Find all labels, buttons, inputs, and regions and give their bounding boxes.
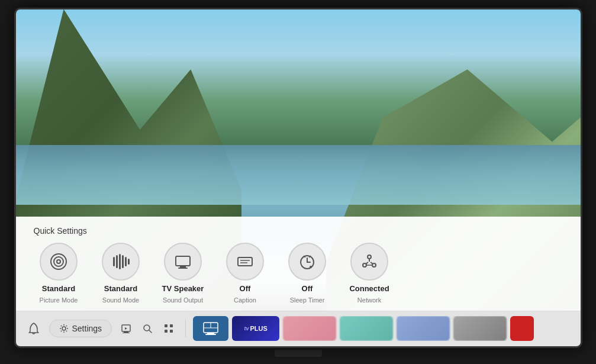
svg-point-20: [310, 266, 312, 268]
network-label: Network: [357, 297, 381, 304]
svg-point-28: [62, 327, 66, 330]
notification-button[interactable]: [23, 318, 44, 339]
sleep-timer-value: Off: [302, 284, 313, 293]
app-2[interactable]: [340, 316, 393, 341]
caption-icon: [226, 243, 264, 281]
caption-label: Caption: [234, 297, 256, 304]
setting-picture-mode[interactable]: Standard Picture Mode: [34, 243, 84, 304]
bottom-bar: Settings: [16, 311, 581, 346]
setting-sound-output[interactable]: TV Speaker Sound Output: [158, 243, 208, 304]
svg-point-2: [57, 260, 60, 263]
search-button[interactable]: [138, 319, 157, 338]
svg-rect-7: [125, 257, 127, 266]
svg-line-26: [371, 262, 373, 264]
settings-button[interactable]: Settings: [49, 320, 112, 337]
svg-rect-31: [123, 333, 130, 333]
network-value: Connected: [349, 284, 389, 293]
tv-stand: [14, 348, 582, 357]
setting-caption[interactable]: Off Caption: [220, 243, 270, 304]
svg-line-33: [149, 330, 152, 333]
svg-rect-35: [170, 324, 173, 327]
svg-point-0: [51, 254, 66, 269]
sound-output-label: Sound Output: [163, 297, 203, 304]
stand-neck: [275, 350, 322, 357]
setting-sleep-timer[interactable]: Off Sleep Timer: [282, 243, 333, 304]
app-live-tv[interactable]: [193, 316, 228, 341]
tv-screen: Quick Settings Standard Picture Mode: [16, 9, 581, 311]
svg-rect-30: [124, 331, 128, 333]
app-5[interactable]: [510, 316, 534, 341]
setting-network[interactable]: Connected Network: [344, 243, 395, 304]
app-3[interactable]: [397, 316, 450, 341]
caption-value: Off: [240, 284, 251, 293]
quick-settings-panel: Quick Settings Standard Picture Mode: [16, 217, 581, 311]
sound-mode-value: Standard: [104, 284, 137, 293]
svg-rect-12: [238, 257, 252, 266]
sound-mode-icon: [102, 243, 140, 281]
svg-rect-39: [207, 333, 214, 334]
picture-mode-label: Picture Mode: [40, 297, 78, 304]
settings-button-text: Settings: [72, 324, 102, 333]
svg-rect-4: [116, 255, 118, 268]
tv-frame: Quick Settings Standard Picture Mode: [14, 8, 582, 348]
svg-rect-8: [128, 259, 130, 265]
svg-rect-11: [178, 268, 188, 269]
app-1[interactable]: [283, 316, 336, 341]
svg-rect-40: [205, 334, 216, 335]
svg-rect-37: [170, 330, 173, 333]
settings-items: Standard Picture Mode: [34, 243, 563, 304]
network-icon: [350, 243, 388, 281]
svg-rect-5: [119, 254, 121, 269]
svg-line-25: [366, 262, 368, 264]
quick-settings-title: Quick Settings: [34, 226, 563, 236]
app-tvplus[interactable]: tv PLUS: [232, 316, 279, 341]
svg-rect-9: [176, 256, 190, 266]
picture-mode-icon: [40, 243, 78, 281]
app-bar: tv PLUS: [193, 316, 573, 341]
apps-button[interactable]: [159, 319, 178, 338]
lake: [16, 145, 581, 205]
sound-output-value: TV Speaker: [162, 284, 204, 293]
svg-point-21: [368, 255, 371, 259]
picture-mode-value: Standard: [42, 284, 75, 293]
setting-sound-mode[interactable]: Standard Sound Mode: [96, 243, 146, 304]
svg-rect-36: [165, 330, 167, 333]
sound-mode-label: Sound Mode: [102, 297, 139, 304]
action-icons: [117, 319, 178, 338]
source-button[interactable]: [117, 319, 136, 338]
svg-rect-3: [113, 257, 115, 266]
sound-output-icon: [164, 243, 202, 281]
svg-rect-34: [165, 324, 167, 327]
sleep-timer-label: Sleep Timer: [290, 297, 325, 304]
svg-rect-10: [180, 266, 186, 268]
app-4[interactable]: [453, 316, 507, 341]
svg-point-1: [54, 257, 63, 266]
sleep-timer-icon: [288, 243, 326, 281]
svg-rect-6: [122, 255, 124, 268]
divider: [185, 320, 186, 337]
